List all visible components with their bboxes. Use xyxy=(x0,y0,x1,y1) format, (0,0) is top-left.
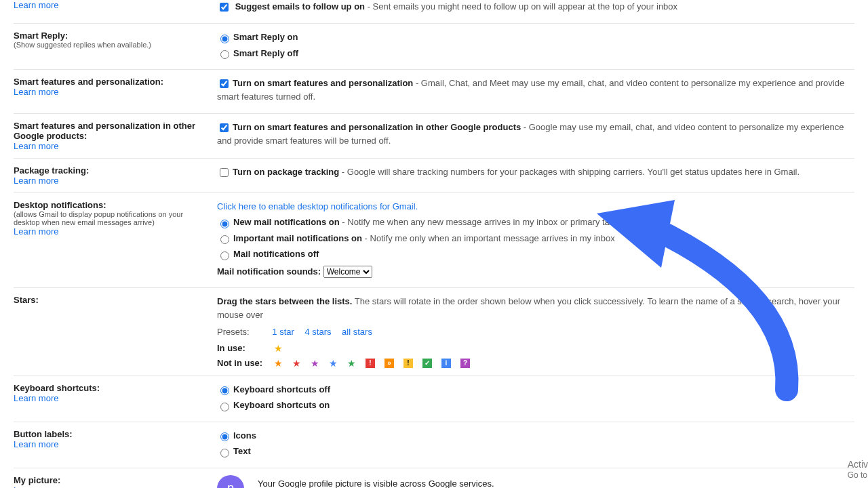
check-green-icon[interactable]: ✓ xyxy=(422,359,432,368)
shortcuts-off-label: Keyboard shortcuts off xyxy=(233,384,330,394)
smart-features-checkbox[interactable] xyxy=(220,79,229,88)
package-checkbox[interactable] xyxy=(220,168,229,177)
mail-off-radio[interactable] xyxy=(220,251,229,260)
learn-more-link[interactable]: Learn more xyxy=(14,176,58,186)
not-in-use-label: Not in use: xyxy=(217,358,264,368)
smart-reply-sub: (Show suggested replies when available.) xyxy=(14,41,210,49)
package-title: Package tracking: xyxy=(14,165,210,176)
learn-more-link[interactable]: Learn more xyxy=(14,226,58,237)
new-mail-on-desc: - Notify me when any new message arrives… xyxy=(340,217,614,227)
important-mail-on-label: Important mail notifications on xyxy=(233,233,362,243)
sound-label: Mail notification sounds: xyxy=(217,266,321,277)
bang-red-icon[interactable]: ! xyxy=(366,359,375,368)
sound-select[interactable]: Welcome xyxy=(323,266,372,278)
mail-off-label: Mail notifications off xyxy=(233,249,319,259)
star-purple-icon[interactable]: ★ xyxy=(311,358,319,369)
followup-checkbox[interactable] xyxy=(220,3,229,12)
shortcuts-on-label: Keyboard shortcuts on xyxy=(233,400,330,410)
smart-reply-on-label: Smart Reply on xyxy=(233,32,298,42)
picture-line1: Your Google profile picture is visible a… xyxy=(258,479,494,488)
arrow-orange-icon[interactable]: » xyxy=(384,359,394,368)
in-use-label: In use: xyxy=(217,343,264,353)
notifications-sub: (allows Gmail to display popup notificat… xyxy=(14,210,210,226)
star-blue-icon[interactable]: ★ xyxy=(329,358,338,369)
learn-more-link[interactable]: Learn more xyxy=(14,485,58,488)
package-label: Turn on package tracking xyxy=(233,167,339,177)
icons-radio[interactable] xyxy=(220,432,229,441)
stars-drag: Drag the stars between the lists. xyxy=(217,296,352,306)
enable-notifications-link[interactable]: Click here to enable desktop notificatio… xyxy=(217,201,418,211)
smart-features-other-label: Turn on smart features and personalizati… xyxy=(233,122,521,132)
followup-desc: - Sent emails you might need to follow u… xyxy=(365,1,677,12)
presets-label: Presets: xyxy=(217,327,250,337)
star-green-icon[interactable]: ★ xyxy=(347,358,356,369)
preset-1star[interactable]: 1 star xyxy=(272,327,294,337)
avatar[interactable]: p xyxy=(217,475,244,488)
star-red-icon[interactable]: ★ xyxy=(292,358,301,369)
smart-reply-title: Smart Reply: xyxy=(14,30,210,41)
learn-more-link[interactable]: Learn more xyxy=(14,0,58,10)
shortcuts-title: Keyboard shortcuts: xyxy=(14,383,210,393)
activation-watermark: Activ Go to xyxy=(848,458,868,481)
star-orange-icon[interactable]: ★ xyxy=(274,358,283,369)
star-yellow-icon[interactable]: ★ xyxy=(274,343,283,354)
package-desc: - Google will share tracking numbers for… xyxy=(339,167,800,177)
smart-features-other-title: Smart features and personalization in ot… xyxy=(14,121,210,141)
notifications-title: Desktop notifications: xyxy=(14,200,210,210)
question-purple-icon[interactable]: ? xyxy=(460,359,470,368)
button-labels-title: Button labels: xyxy=(14,429,210,439)
text-radio[interactable] xyxy=(220,449,229,458)
smart-reply-off-label: Smart Reply off xyxy=(233,48,298,58)
important-mail-on-desc: - Notify me only when an important messa… xyxy=(362,233,615,243)
important-mail-on-radio[interactable] xyxy=(220,235,229,244)
bang-yellow-icon[interactable]: ! xyxy=(403,359,413,368)
learn-more-link[interactable]: Learn more xyxy=(14,439,58,449)
shortcuts-on-radio[interactable] xyxy=(220,403,229,411)
shortcuts-off-radio[interactable] xyxy=(220,386,229,395)
followup-label: Suggest emails to follow up on xyxy=(235,1,365,12)
stars-title: Stars: xyxy=(14,295,210,305)
learn-more-link[interactable]: Learn more xyxy=(14,87,58,97)
smart-reply-on-radio[interactable] xyxy=(220,35,229,43)
learn-more-link[interactable]: Learn more xyxy=(14,141,58,151)
icons-label: Icons xyxy=(233,430,256,441)
text-label: Text xyxy=(233,446,251,456)
smart-features-label: Turn on smart features and personalizati… xyxy=(233,78,413,88)
smart-features-title: Smart features and personalization: xyxy=(14,77,210,87)
new-mail-on-label: New mail notifications on xyxy=(233,217,340,227)
preset-allstars[interactable]: all stars xyxy=(342,327,372,337)
info-blue-icon[interactable]: i xyxy=(441,359,451,368)
new-mail-on-radio[interactable] xyxy=(220,220,229,228)
smart-reply-off-radio[interactable] xyxy=(220,50,229,59)
picture-title: My picture: xyxy=(14,475,210,485)
smart-features-other-checkbox[interactable] xyxy=(220,123,229,132)
preset-4stars[interactable]: 4 stars xyxy=(304,327,331,337)
learn-more-link[interactable]: Learn more xyxy=(14,393,58,403)
